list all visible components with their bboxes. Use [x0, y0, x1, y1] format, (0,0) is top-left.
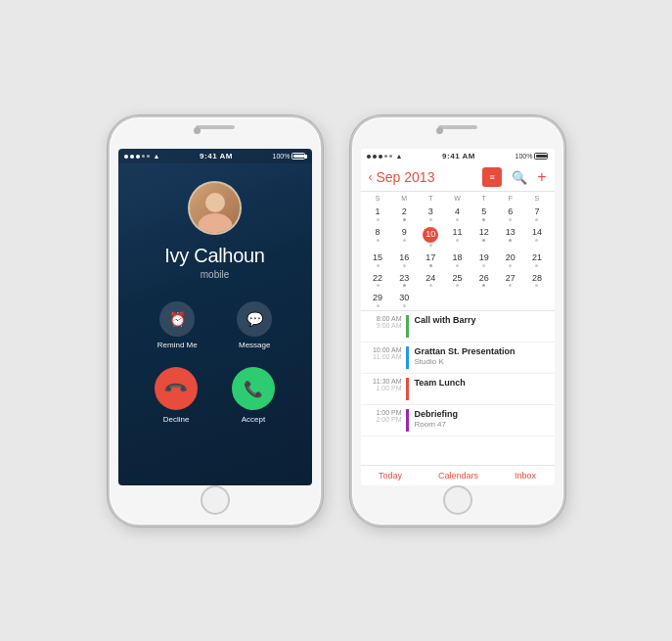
calendar-events: 8:00 AM 9:00 AM Call with Barry 10:00 AM… [361, 310, 555, 464]
cal-day-empty-3 [470, 290, 497, 310]
cal-dot-3 [379, 155, 382, 159]
event-grattan[interactable]: 10:00 AM 11:00 AM Grattan St. Presentati… [361, 343, 555, 374]
cal-day-14[interactable]: 14 [523, 224, 550, 250]
message-button[interactable]: 💬 Message [237, 301, 272, 349]
cal-day-26[interactable]: 26 [470, 270, 497, 291]
caller-name: Ivy Calhoun [164, 245, 264, 267]
calendar-nav-icons: ≡ 🔍 + [482, 167, 546, 187]
event-team-lunch[interactable]: 11:30 AM 1:00 PM Team Lunch [361, 374, 555, 405]
remind-me-button[interactable]: ⏰ Remind Me [157, 301, 198, 349]
cal-day-11[interactable]: 11 [444, 224, 470, 250]
list-lines-icon: ≡ [490, 172, 495, 182]
home-button-2[interactable] [443, 485, 472, 515]
cal-day-9[interactable]: 9 [391, 224, 418, 250]
list-view-icon[interactable]: ≡ [482, 167, 502, 187]
cal-day-25[interactable]: 25 [444, 270, 470, 291]
tab-calendars[interactable]: Calendars [438, 471, 478, 481]
event-title-3: Team Lunch [415, 378, 549, 388]
dot-2 [130, 155, 134, 159]
cal-day-28[interactable]: 28 [523, 270, 550, 291]
event-title-1: Call with Barry [415, 315, 549, 325]
cal-day-24[interactable]: 24 [418, 270, 444, 291]
cal-day-22[interactable]: 22 [365, 270, 391, 291]
cal-day-10-today[interactable]: 10 [418, 224, 444, 250]
weekday-sun: S [365, 195, 391, 202]
cal-day-1[interactable]: 1 [365, 204, 391, 224]
phones-container: ▲ 9:41 AM 100% Ivy Calhoun mob [108, 115, 565, 527]
home-button[interactable] [201, 485, 230, 515]
calendar-tab-bar: Today Calendars Inbox [361, 465, 555, 485]
iphone-calendar: ▲ 9:41 AM 100% ‹ Sep 2013 [350, 115, 565, 527]
cal-wifi-icon: ▲ [396, 153, 403, 160]
weekday-headers: S M T W T F S [365, 192, 551, 204]
cal-day-29[interactable]: 29 [365, 290, 391, 310]
cal-day-13[interactable]: 13 [497, 224, 523, 250]
add-event-icon[interactable]: + [537, 168, 546, 186]
decline-circle[interactable]: 📞 [155, 367, 198, 410]
event-title-2: Grattan St. Presentation [415, 346, 549, 356]
cal-day-19[interactable]: 19 [470, 250, 497, 270]
event-call-barry[interactable]: 8:00 AM 9:00 AM Call with Barry [361, 311, 555, 343]
cal-day-27[interactable]: 27 [497, 270, 523, 291]
cal-day-12[interactable]: 12 [470, 224, 497, 250]
search-icon[interactable]: 🔍 [512, 170, 527, 185]
cal-day-7[interactable]: 7 [523, 204, 550, 224]
cal-day-17[interactable]: 17 [418, 250, 444, 270]
cal-dot-2 [373, 155, 377, 159]
calendar-screen: ▲ 9:41 AM 100% ‹ Sep 2013 [361, 149, 555, 484]
cal-day-2[interactable]: 2 [391, 204, 418, 224]
avatar-image [190, 183, 240, 233]
back-chevron-icon[interactable]: ‹ [369, 170, 373, 184]
decline-icon: 📞 [162, 375, 190, 402]
cal-day-8[interactable]: 8 [365, 224, 391, 250]
weekday-tue: T [418, 195, 444, 202]
event-start-1: 8:00 AM [377, 315, 402, 322]
month-year-label: Sep 2013 [377, 169, 435, 185]
dot-4 [142, 155, 145, 158]
cal-day-18[interactable]: 18 [444, 250, 470, 270]
iphone-bottom-bezel-2 [443, 485, 472, 525]
cal-day-30[interactable]: 30 [391, 290, 418, 310]
cal-day-empty-4 [497, 290, 523, 310]
cal-day-3[interactable]: 3 [418, 204, 444, 224]
call-time: 9:41 AM [200, 152, 233, 160]
event-title-4: Debriefing [415, 409, 549, 419]
calendar-month-title: ‹ Sep 2013 [369, 169, 435, 185]
cal-day-6[interactable]: 6 [497, 204, 523, 224]
event-start-2: 10:00 AM [373, 346, 402, 353]
accept-circle[interactable]: 📞 [232, 367, 275, 410]
cal-day-20[interactable]: 20 [497, 250, 523, 270]
cal-day-empty-1 [418, 290, 444, 310]
event-time-2: 10:00 AM 11:00 AM [361, 343, 406, 373]
dot-1 [124, 155, 128, 159]
event-end-1: 9:00 AM [377, 322, 402, 329]
decline-button[interactable]: 📞 Decline [155, 367, 198, 424]
event-end-4: 2:00 PM [376, 416, 401, 423]
event-debriefing[interactable]: 1:00 PM 2:00 PM Debriefing Room 47 [361, 405, 555, 436]
cal-dot-5 [389, 155, 392, 158]
tab-inbox[interactable]: Inbox [515, 471, 536, 481]
cal-status-bar: ▲ 9:41 AM 100% [361, 149, 555, 163]
cal-day-23[interactable]: 23 [391, 270, 418, 291]
event-start-4: 1:00 PM [376, 409, 401, 416]
cal-day-4[interactable]: 4 [444, 204, 470, 224]
decline-label: Decline [163, 415, 190, 424]
cal-day-16[interactable]: 16 [391, 250, 418, 270]
calendar-days: 1 2 3 4 5 6 7 8 9 10 11 12 13 1 [365, 204, 551, 310]
camera-dot-2 [436, 127, 443, 134]
battery-text: 100% [273, 153, 291, 160]
cal-day-15[interactable]: 15 [365, 250, 391, 270]
cal-battery-icon [534, 153, 548, 160]
speaker-grille-2 [438, 125, 477, 130]
calendar-screen-container: ▲ 9:41 AM 100% ‹ Sep 2013 [361, 149, 555, 484]
cal-dot-1 [367, 155, 371, 159]
alarm-symbol: ⏰ [169, 311, 186, 327]
call-status-bar: ▲ 9:41 AM 100% [118, 149, 312, 163]
tab-today[interactable]: Today [379, 471, 402, 481]
cal-day-21[interactable]: 21 [523, 250, 550, 270]
wifi-icon: ▲ [154, 153, 160, 160]
cal-day-5[interactable]: 5 [470, 204, 497, 224]
accept-button[interactable]: 📞 Accept [232, 367, 275, 424]
message-icon: 💬 [237, 301, 272, 337]
event-details-3: Team Lunch [409, 374, 555, 404]
